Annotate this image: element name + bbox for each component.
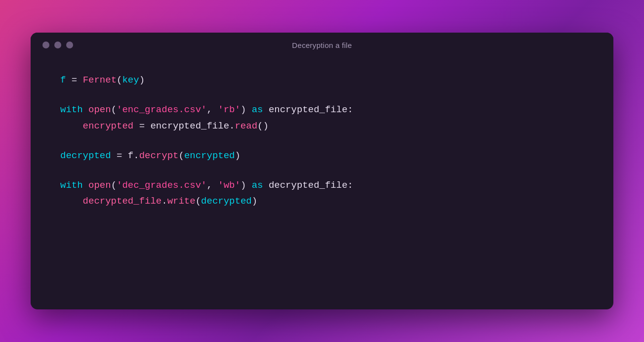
code-line-5: with open('dec_grades.csv', 'wb') as dec… bbox=[60, 177, 584, 193]
code-line-1: f = Fernet(key) bbox=[60, 72, 584, 88]
traffic-lights bbox=[42, 42, 73, 48]
code-line-6: decrypted_file.write(decrypted) bbox=[60, 193, 584, 209]
blank-line-2 bbox=[60, 134, 584, 148]
maximize-button[interactable] bbox=[66, 42, 73, 48]
title-bar: Deceryption a file bbox=[31, 33, 613, 57]
blank-line-1 bbox=[60, 88, 584, 102]
code-line-2: with open('enc_grades.csv', 'rb') as enc… bbox=[60, 102, 584, 118]
code-editor: f = Fernet(key) with open('enc_grades.cs… bbox=[31, 57, 613, 234]
code-window: Deceryption a file f = Fernet(key) with … bbox=[31, 33, 613, 309]
code-line-3: encrypted = encrypted_file.read() bbox=[60, 118, 584, 134]
close-button[interactable] bbox=[42, 42, 49, 48]
window-title: Deceryption a file bbox=[292, 41, 352, 49]
code-line-4: decrypted = f.decrypt(encrypted) bbox=[60, 148, 584, 164]
blank-line-3 bbox=[60, 164, 584, 177]
minimize-button[interactable] bbox=[54, 42, 61, 48]
